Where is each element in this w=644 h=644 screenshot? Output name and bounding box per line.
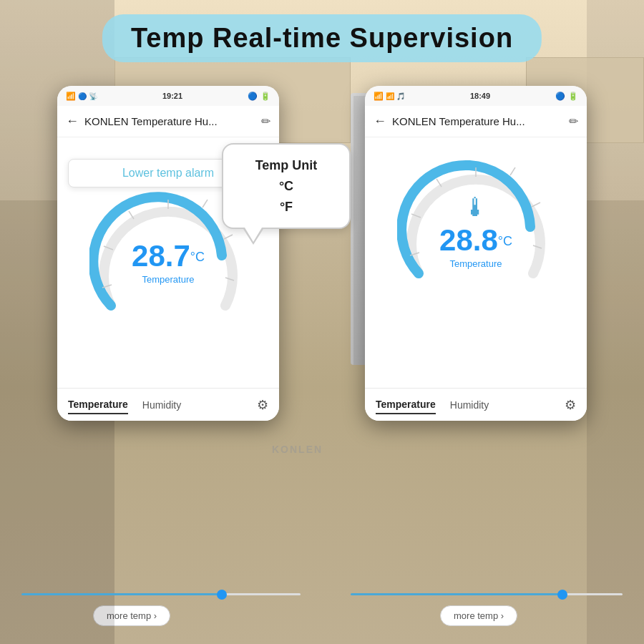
- title-banner: Temp Real-time Supervision: [102, 14, 542, 62]
- gauge-right: 🌡 28.8°C Temperature: [397, 152, 555, 309]
- speech-bubble: Temp Unit °C °F: [222, 143, 351, 229]
- time-right: 18:49: [470, 92, 490, 100]
- settings-icon-left[interactable]: ⚙: [257, 397, 268, 413]
- thermometer-icon: 🌡: [439, 192, 512, 223]
- back-button-left[interactable]: ←: [66, 114, 79, 129]
- temp-value-right: 28.8: [439, 223, 498, 257]
- nav-title-right: KONLEN Temperature Hu...: [392, 115, 563, 127]
- slider-right-container: [351, 593, 623, 595]
- phone-left: 📶 🔵 📡 19:21 🔵 🔋 ← KONLEN Temperature Hu.…: [57, 86, 279, 421]
- tab-humidity-right[interactable]: Humidity: [450, 396, 489, 414]
- tab-humidity-left[interactable]: Humidity: [142, 396, 181, 414]
- tab-bar-right: Temperature Humidity ⚙: [365, 388, 587, 421]
- tab-bar-left: Temperature Humidity ⚙: [57, 388, 279, 421]
- battery-right: 🔵 🔋: [555, 92, 578, 101]
- slider-right-track[interactable]: [351, 593, 623, 595]
- gauge-center-right: 🌡 28.8°C Temperature: [439, 192, 512, 269]
- page-title: Temp Real-time Supervision: [131, 23, 513, 53]
- bubble-line2: °C: [241, 176, 331, 197]
- signal-right: 📶 📶 🎵: [374, 92, 405, 101]
- slider-left-thumb[interactable]: [217, 590, 227, 600]
- phone-right: 📶 📶 🎵 18:49 🔵 🔋 ← KONLEN Temperature Hu.…: [365, 86, 587, 421]
- svg-line-4: [203, 200, 208, 208]
- nav-bar-left: ← KONLEN Temperature Hu... ✏: [57, 106, 279, 137]
- temp-unit-left: °C: [190, 250, 205, 264]
- temp-label-left: Temperature: [132, 274, 205, 285]
- temp-unit-right: °C: [498, 234, 512, 248]
- nav-title-left: KONLEN Temperature Hu...: [84, 115, 255, 127]
- status-bar-left: 📶 🔵 📡 19:21 🔵 🔋: [57, 86, 279, 106]
- svg-line-11: [510, 167, 515, 175]
- battery-left: 🔵 🔋: [248, 92, 270, 101]
- tab-temperature-left[interactable]: Temperature: [68, 396, 128, 414]
- signal-left: 📶 🔵 📡: [66, 92, 97, 101]
- status-bar-right: 📶 📶 🎵 18:49 🔵 🔋: [365, 86, 587, 106]
- nav-bar-right: ← KONLEN Temperature Hu... ✏: [365, 106, 587, 137]
- bubble-line3: °F: [241, 197, 331, 218]
- gauge-center-left: 28.7°C Temperature: [132, 241, 205, 285]
- phone-content-right: 🌡 28.8°C Temperature: [365, 137, 587, 388]
- time-left: 19:21: [162, 92, 182, 100]
- temp-value-left: 28.7: [132, 239, 190, 273]
- back-button-right[interactable]: ←: [374, 114, 386, 129]
- bubble-line1: Temp Unit: [241, 155, 331, 176]
- temp-label-right: Temperature: [439, 258, 512, 269]
- alarm-label: Lower temp alarm: [122, 167, 214, 179]
- settings-icon-right[interactable]: ⚙: [565, 397, 576, 413]
- slider-left-container: [21, 593, 301, 595]
- slider-left-track[interactable]: [21, 593, 301, 595]
- edit-icon-right[interactable]: ✏: [569, 114, 578, 128]
- edit-icon-left[interactable]: ✏: [261, 114, 270, 128]
- slider-right-thumb[interactable]: [557, 590, 567, 600]
- tab-temperature-right[interactable]: Temperature: [376, 396, 436, 414]
